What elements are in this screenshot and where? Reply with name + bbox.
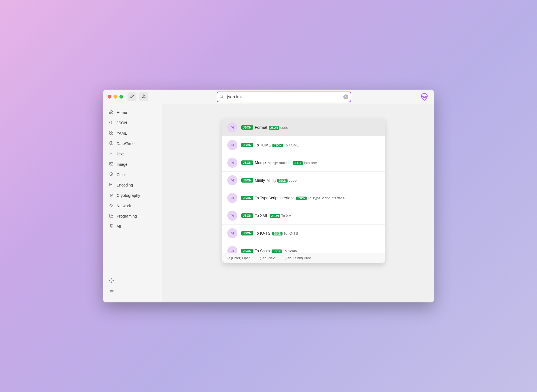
sidebar-label-network: Network	[117, 204, 131, 208]
json-tag-desc: JSON	[272, 249, 282, 253]
sidebar-item-image[interactable]: Image	[105, 159, 159, 169]
sidebar-item-json[interactable]: {} JSON	[105, 118, 159, 128]
sidebar-item-home[interactable]: Home	[105, 108, 159, 117]
edit-button[interactable]	[128, 92, 136, 101]
dropdown-item-json-to-toml[interactable]: JSON To TOML JSON To TOML	[222, 136, 385, 154]
dropdown-item-content: JSON To Scala JSON To Scala	[241, 249, 297, 253]
sidebar-nav: Home {} JSON	[103, 108, 162, 273]
item-desc-text: code	[280, 125, 288, 130]
svg-point-22	[232, 180, 233, 181]
sidebar-label-image: Image	[117, 162, 128, 167]
sidebar-item-yaml[interactable]: YAML	[105, 128, 159, 138]
shortcut-enter: ↵ (Enter) Open	[227, 256, 251, 260]
dropdown-item-json-typescript[interactable]: JSON To TypeScript interface JSON To Typ…	[222, 189, 385, 207]
svg-point-16	[232, 127, 233, 128]
json-tag: JSON	[241, 143, 253, 147]
sidebar-item-text[interactable]: Tx Text	[105, 149, 159, 159]
enter-label: ↵ (Enter) Open	[227, 256, 251, 260]
clear-button[interactable]: ✕	[343, 94, 348, 99]
dropdown-item-icon	[227, 122, 237, 132]
programming-icon	[109, 213, 114, 219]
svg-point-28	[232, 233, 233, 234]
search-dropdown: JSON Format JSON code	[222, 119, 385, 263]
dropdown-list: JSON Format JSON code	[222, 119, 385, 253]
svg-point-24	[232, 198, 233, 199]
menu-button[interactable]	[107, 287, 117, 297]
sidebar-item-encoding[interactable]: Encoding	[105, 180, 159, 190]
dropdown-item-content: JSON Format JSON code	[241, 125, 288, 130]
dropdown-item-content: JSON Merge Merge multiple JSON into one	[241, 160, 317, 165]
share-button[interactable]	[139, 92, 148, 101]
item-desc: Minify JSON code	[267, 178, 297, 183]
share-icon	[142, 94, 146, 99]
svg-rect-4	[112, 131, 113, 132]
dropdown-item-json-scala[interactable]: JSON To Scala JSON To Scala	[222, 242, 385, 253]
titlebar: ✕	[103, 90, 434, 104]
svg-rect-6	[112, 133, 113, 134]
text-icon: Tx	[109, 151, 114, 157]
dropdown-item-json-merge[interactable]: JSON Merge Merge multiple JSON into one	[222, 154, 385, 172]
traffic-lights	[108, 95, 123, 99]
dropdown-item-json-xml[interactable]: JSON To XML JSON To XML	[222, 207, 385, 225]
json-tag-desc: JSON	[293, 161, 303, 165]
minimize-button[interactable]	[114, 95, 117, 99]
dropdown-item-content: JSON To IO-TS JSON To IO-TS	[241, 231, 298, 235]
sidebar-item-network[interactable]: Network	[105, 201, 159, 211]
sidebar-item-programming[interactable]: Programing	[105, 211, 159, 221]
svg-text:{}: {}	[109, 121, 112, 124]
dropdown-item-content: JSON To TypeScript interface JSON To Typ…	[241, 196, 345, 200]
close-button[interactable]	[108, 95, 111, 99]
dropdown-item-json-io-ts[interactable]: JSON To IO-TS JSON To IO-TS	[222, 225, 385, 242]
json-tag: JSON	[241, 231, 253, 235]
svg-rect-3	[110, 131, 111, 132]
sidebar-item-datetime[interactable]: Date/Time	[105, 139, 159, 148]
sidebar-item-cryptography[interactable]: Cryptography	[105, 190, 159, 200]
item-title: To XML	[255, 213, 268, 218]
dropdown-item-json-minify[interactable]: JSON Minify Minify JSON code	[222, 172, 385, 189]
svg-point-18	[232, 145, 233, 146]
item-title: Merge	[255, 160, 266, 165]
sidebar-label-color: Color	[117, 172, 126, 177]
json-tag-desc: JSON	[272, 144, 283, 147]
item-title: To Scala	[255, 249, 270, 253]
svg-text:Tx: Tx	[109, 152, 112, 155]
search-input[interactable]	[217, 92, 351, 102]
svg-point-26	[232, 215, 233, 216]
shortcut-tab: ↓ (Tab) Next	[257, 256, 276, 260]
all-icon	[109, 224, 114, 229]
item-desc: JSON To IO-TS	[272, 231, 298, 235]
sidebar-label-encoding: Encoding	[117, 183, 133, 187]
shift-tab-label: ↑ (Tab + Shift) Prev	[282, 256, 311, 260]
sidebar-item-color[interactable]: Color	[105, 170, 159, 179]
dropdown-item-icon	[227, 175, 237, 185]
dropdown-item-icon	[227, 246, 237, 253]
settings-button[interactable]	[107, 276, 117, 286]
dropdown-footer: ↵ (Enter) Open ↓ (Tab) Next ↑ (Tab + Shi…	[222, 253, 385, 263]
sidebar-label-text: Text	[117, 152, 124, 156]
item-desc: JSON To XML	[270, 214, 293, 218]
search-container: ✕	[159, 92, 408, 102]
main-content: JSON Format JSON code	[162, 104, 434, 302]
dropdown-item-icon	[227, 158, 237, 168]
json-tag: JSON	[241, 160, 253, 165]
encoding-icon	[109, 182, 114, 188]
item-desc-text: To TOML	[284, 143, 299, 147]
dropdown-item-content: JSON To TOML JSON To TOML	[241, 143, 299, 147]
color-icon	[109, 172, 114, 177]
sidebar-label-yaml: YAML	[117, 131, 127, 136]
json-tag-desc: JSON	[277, 179, 288, 183]
search-wrapper: ✕	[217, 92, 351, 102]
dropdown-item-json-format[interactable]: JSON Format JSON code	[222, 119, 385, 136]
svg-point-14	[111, 280, 112, 281]
app-logo	[419, 92, 429, 102]
maximize-button[interactable]	[119, 95, 123, 99]
sidebar-label-programming: Programing	[117, 214, 137, 218]
item-title: To TypeScript interface	[255, 196, 295, 200]
json-tag: JSON	[241, 249, 253, 253]
sidebar-item-all[interactable]: All	[105, 221, 159, 231]
item-desc: JSON To TypeScript interface	[296, 196, 345, 200]
item-desc: Merge multiple JSON into one	[268, 161, 317, 165]
json-tag: JSON	[241, 213, 253, 218]
sidebar-label-cryptography: Cryptography	[117, 193, 140, 198]
image-icon	[109, 162, 114, 167]
